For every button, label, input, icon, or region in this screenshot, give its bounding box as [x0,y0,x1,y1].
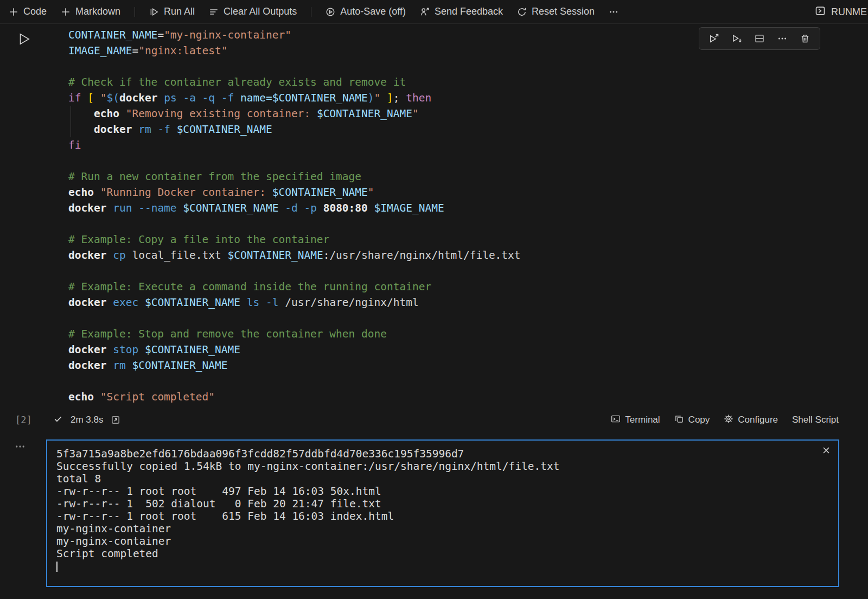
code-line[interactable]: echo "Running Docker container: $CONTAIN… [68,184,521,200]
code-line[interactable] [68,216,521,232]
feedback-person-icon [420,7,430,17]
auto-save-icon [326,7,335,17]
output-line: my-nginx-container [56,522,828,535]
code-line[interactable] [68,153,521,169]
close-output-button[interactable] [821,445,832,457]
code-line[interactable] [68,263,521,279]
run-section-button[interactable] [705,30,723,47]
code-line[interactable]: docker exec $CONTAINER_NAME ls -l /usr/s… [68,295,521,310]
code-line[interactable] [68,373,521,389]
gear-icon [724,414,733,426]
auto-save-label: Auto-Save (off) [340,6,406,17]
language-label: Shell Script [792,415,839,425]
add-code-label: Code [23,6,47,17]
output-line: my-nginx-container [56,535,828,547]
execution-duration: 2m 3.8s [71,415,103,425]
code-line[interactable]: docker rm $CONTAINER_NAME [68,358,521,373]
toolbar-divider [135,7,135,17]
copy-button[interactable]: Copy [674,414,710,426]
terminal-button[interactable]: Terminal [611,414,660,426]
code-line[interactable]: docker rm -f $CONTAINER_NAME [68,122,521,137]
reset-session-label: Reset Session [532,6,595,17]
code-line[interactable]: # Example: Stop and remove the container… [68,326,521,342]
code-line[interactable]: docker stop $CONTAINER_NAME [68,342,521,358]
language-picker[interactable]: Shell Script [792,415,839,425]
cell-more-actions-button[interactable] [773,30,792,47]
add-markdown-label: Markdown [75,6,120,17]
copy-icon [674,414,684,426]
terminal-cursor [56,562,58,572]
notebook-toolbar: Code Markdown Run All Clear All Outputs … [0,0,868,24]
output-lines: 5f3a715a9a8be2efd6176bdaa096f3fcdd82f57d… [56,448,828,572]
run-all-icon [149,7,159,17]
configure-button[interactable]: Configure [724,414,778,426]
toolbar-divider [311,7,311,17]
more-ellipsis-icon [609,7,618,17]
send-feedback-button[interactable]: Send Feedback [420,6,503,17]
code-line[interactable]: # Example: Copy a file into the containe… [68,232,521,247]
configure-label: Configure [738,415,778,425]
output-line: Successfully copied 1.54kB to my-nginx-c… [56,460,828,473]
split-cell-button[interactable] [750,30,769,47]
plus-icon [61,7,71,17]
terminal-icon [611,414,621,426]
code-line[interactable]: echo "Script completed" [68,389,521,405]
output-line: 5f3a715a9a8be2efd6176bdaa096f3fcdd82f57d… [56,448,828,460]
execution-count: [2] [15,415,32,425]
indent-guide [71,106,71,137]
output-line: -rw-r--r-- 1 root root 615 Feb 14 16:03 … [56,510,828,522]
run-all-label: Run All [164,6,195,17]
cell-hover-toolbar [699,27,820,50]
runme-brand-label: RUNME [831,7,867,18]
terminal-output[interactable]: 5f3a715a9a8be2efd6176bdaa096f3fcdd82f57d… [46,439,839,587]
code-line[interactable]: IMAGE_NAME="nginx:latest" [68,43,521,59]
code-editor[interactable]: CONTAINER_NAME="my-nginx-container"IMAGE… [68,27,521,405]
send-feedback-label: Send Feedback [435,6,503,17]
toolbar-more-button[interactable] [609,7,618,17]
session-output-icon[interactable] [111,415,120,425]
code-line[interactable]: echo "Removing existing container: $CONT… [68,106,521,122]
add-code-button[interactable]: Code [9,6,47,17]
code-line[interactable]: # Check if the container already exists … [68,74,521,90]
run-all-button[interactable]: Run All [149,6,195,17]
code-line[interactable] [68,59,521,74]
clear-all-outputs-label: Clear All Outputs [224,6,297,17]
auto-save-toggle[interactable]: Auto-Save (off) [326,6,406,17]
output-line: -rw-r--r-- 1 502 dialout 0 Feb 20 21:47 … [56,498,828,510]
output-line: total 8 [56,473,828,485]
code-line[interactable]: docker run --name $CONTAINER_NAME -d -p … [68,200,521,216]
clear-all-outputs-button[interactable]: Clear All Outputs [209,6,297,17]
runme-logo-icon [815,5,826,19]
code-line[interactable] [68,310,521,326]
code-lines: CONTAINER_NAME="my-nginx-container"IMAGE… [68,27,521,405]
output-line: Script completed [56,547,828,560]
copy-label: Copy [688,415,710,425]
delete-cell-button[interactable] [796,30,814,47]
output-menu-button[interactable] [14,441,26,455]
add-markdown-button[interactable]: Markdown [61,6,120,17]
terminal-label: Terminal [625,415,660,425]
run-cell-button[interactable] [16,31,31,48]
plus-icon [9,7,18,17]
clear-all-icon [209,7,219,17]
code-line[interactable]: # Example: Execute a command inside the … [68,279,521,295]
output-line: -rw-r--r-- 1 root root 497 Feb 14 16:03 … [56,485,828,498]
runme-brand: RUNME [815,0,867,24]
code-line[interactable]: docker cp local_file.txt $CONTAINER_NAME… [68,247,521,263]
reset-icon [517,7,527,17]
run-below-button[interactable] [727,30,746,47]
terminal-cursor-line [56,560,828,572]
cell-status-bar: [2] 2m 3.8s Terminal Copy Configure [0,410,868,430]
success-check-icon [53,414,63,426]
code-line[interactable]: fi [68,137,521,153]
code-line[interactable]: CONTAINER_NAME="my-nginx-container" [68,27,521,43]
code-line[interactable]: # Run a new container from the specified… [68,169,521,184]
reset-session-button[interactable]: Reset Session [517,6,595,17]
code-line[interactable]: if [ "$(docker ps -a -q -f name=$CONTAIN… [68,90,521,106]
